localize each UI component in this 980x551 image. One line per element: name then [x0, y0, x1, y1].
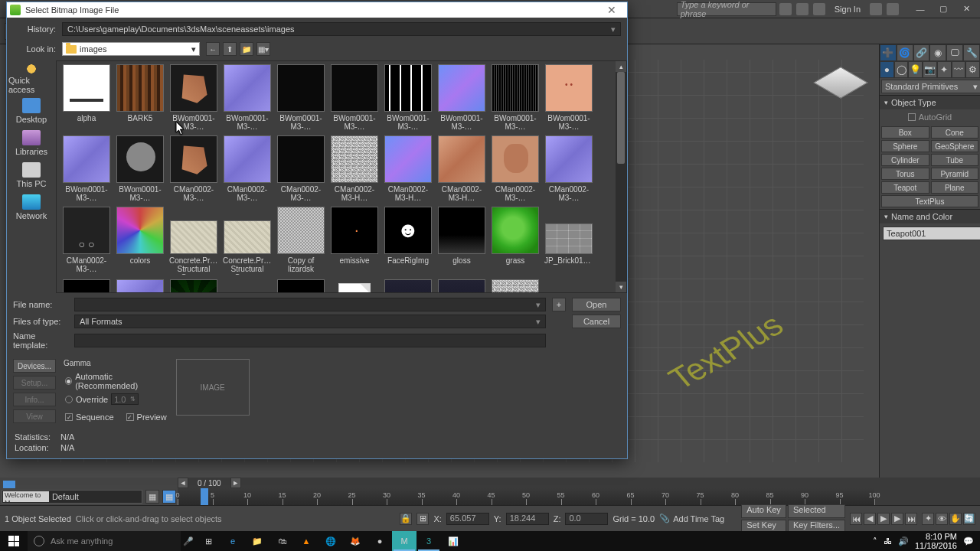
- time-marker[interactable]: [201, 488, 208, 505]
- history-dropdown[interactable]: C:\Users\gameplay\Documents\3dsMax\scene…: [62, 22, 621, 36]
- place-network[interactable]: Network: [8, 192, 54, 223]
- file-item[interactable]: [220, 279, 274, 293]
- file-item[interactable]: CMan0002-M3-H…: [381, 135, 435, 202]
- filetype-dropdown[interactable]: All Formats: [74, 315, 546, 328]
- space-warps-icon[interactable]: 〰: [952, 61, 966, 78]
- chrome-icon[interactable]: 🌐: [318, 531, 343, 551]
- sphere-button[interactable]: Sphere: [881, 140, 929, 152]
- newfolder-button[interactable]: 📁: [240, 42, 253, 56]
- nametemplate-input[interactable]: [74, 334, 546, 347]
- preview-checkbox[interactable]: Preview: [126, 412, 167, 422]
- file-item[interactable]: 3DSpecial: [60, 279, 113, 293]
- file-item[interactable]: alpha: [60, 64, 113, 131]
- file-item[interactable]: [328, 279, 381, 293]
- help-icon[interactable]: [779, 3, 792, 15]
- file-item[interactable]: BARK5: [113, 64, 167, 131]
- motion-tab[interactable]: ◉: [929, 44, 946, 61]
- place-desktop[interactable]: Desktop: [8, 96, 54, 126]
- cortana-search[interactable]: Ask me anything: [28, 531, 181, 551]
- lookin-dropdown[interactable]: images ▾: [62, 42, 200, 56]
- playback-icon[interactable]: [3, 481, 15, 488]
- vlc-icon[interactable]: ▲: [294, 531, 318, 551]
- file-item[interactable]: emissive: [328, 207, 381, 275]
- star-icon[interactable]: [796, 3, 808, 15]
- add-file-button[interactable]: +: [552, 298, 566, 311]
- nav-icon2[interactable]: 👁: [936, 513, 948, 525]
- app1-icon[interactable]: ●: [368, 531, 392, 551]
- file-item[interactable]: Concrete.Precast Structural Conc…: [167, 207, 220, 275]
- up-button[interactable]: ⬆: [223, 42, 237, 56]
- filename-input[interactable]: [74, 298, 546, 311]
- file-item[interactable]: ☻FaceRigImg: [381, 207, 435, 275]
- file-item[interactable]: BWom0001-M3-…: [113, 135, 167, 202]
- sequence-checkbox[interactable]: Sequence: [65, 412, 114, 422]
- file-item[interactable]: [113, 279, 167, 293]
- volume-icon[interactable]: 🔊: [898, 536, 909, 546]
- file-item[interactable]: Concrete.Precast Structural Conc…: [220, 207, 274, 275]
- modify-tab[interactable]: 🌀: [897, 44, 913, 61]
- systems-icon[interactable]: ⚙: [965, 61, 980, 78]
- nav-icon1[interactable]: ✦: [922, 513, 934, 525]
- file-item[interactable]: grass: [488, 207, 542, 275]
- edge-icon[interactable]: e: [220, 531, 245, 551]
- file-item[interactable]: BWom0001-M3-…: [60, 135, 113, 202]
- file-item[interactable]: BWom0001-M3-…: [328, 64, 381, 131]
- start-button[interactable]: [0, 531, 28, 551]
- box-button[interactable]: Box: [881, 126, 929, 139]
- teapot-button[interactable]: Teapot: [881, 181, 929, 194]
- pyramid-button[interactable]: Pyramid: [931, 168, 979, 180]
- file-item[interactable]: CMan0002-M3-H…: [435, 135, 488, 202]
- firefox-icon[interactable]: 🦊: [343, 531, 368, 551]
- prev-key-icon[interactable]: ◀: [864, 513, 876, 525]
- scroll-up-button[interactable]: ▴: [616, 61, 626, 72]
- file-item[interactable]: BWom0001-M3-…: [381, 64, 435, 131]
- nav-icon4[interactable]: 🔄: [963, 513, 975, 525]
- close-button[interactable]: ✕: [956, 2, 977, 17]
- open-button[interactable]: Open: [572, 298, 621, 311]
- file-item[interactable]: CMan0002-M3-…: [60, 207, 113, 275]
- taskview-icon[interactable]: ⊞: [196, 531, 220, 551]
- tray-clock[interactable]: 8:10 PM11/18/2016: [915, 532, 957, 550]
- next-key-icon[interactable]: ▶: [891, 513, 903, 525]
- scrollbar[interactable]: ▴ ▾: [616, 61, 626, 292]
- z-coord[interactable]: 0.0: [565, 513, 608, 525]
- utilities-tab[interactable]: 🔧: [963, 44, 980, 61]
- y-coord[interactable]: 18.244: [506, 513, 549, 525]
- category-dropdown[interactable]: Standard Primitives: [881, 80, 980, 93]
- back-button[interactable]: ←: [206, 42, 220, 56]
- name-color-rollout[interactable]: Name and Color: [880, 209, 980, 223]
- file-item[interactable]: BWom0001-M3-…: [542, 64, 596, 131]
- add-time-tag[interactable]: 📎Add Time Tag: [659, 514, 724, 523]
- 3dsmax-icon[interactable]: M: [392, 531, 416, 551]
- file-item[interactable]: BWom0001-M3-…: [435, 64, 488, 131]
- file-item[interactable]: CMan0002-M3-…: [167, 135, 220, 202]
- maximize-button[interactable]: ▢: [933, 2, 954, 17]
- maxscript-mini[interactable]: Welcome to M…: [3, 491, 49, 502]
- next-frame-button[interactable]: ►: [230, 478, 241, 488]
- time-slider[interactable]: ◄ 0 / 100 ► 0510152025303540455055606570…: [178, 478, 874, 505]
- place-quick-access[interactable]: Quick access: [8, 64, 54, 94]
- textplus-button[interactable]: TextPlus: [881, 195, 978, 207]
- notifications-icon[interactable]: 💬: [963, 536, 974, 546]
- geosphere-button[interactable]: GeoSphere: [931, 140, 979, 152]
- devices-button[interactable]: Devices...: [13, 359, 56, 373]
- geometry-icon[interactable]: ●: [880, 61, 894, 78]
- network-icon[interactable]: 🖧: [884, 536, 892, 546]
- update-icon[interactable]: [870, 3, 882, 15]
- file-item[interactable]: CMan0002-M3-…: [220, 135, 274, 202]
- file-item[interactable]: CMan0002-M3-…: [542, 135, 596, 202]
- display-tab[interactable]: 🖵: [946, 44, 963, 61]
- file-item[interactable]: CMan0002-M3-…: [488, 135, 542, 202]
- viewcube[interactable]: [818, 60, 864, 106]
- help-search[interactable]: Type a keyword or phrase: [677, 2, 776, 16]
- torus-button[interactable]: Torus: [881, 168, 929, 180]
- file-item[interactable]: [274, 279, 328, 293]
- lock-icon[interactable]: 🔒: [400, 513, 412, 525]
- selected-dd[interactable]: Selected: [788, 504, 845, 518]
- app2-icon[interactable]: 📊: [441, 531, 466, 551]
- cone-button[interactable]: Cone: [931, 126, 979, 139]
- cameras-icon[interactable]: 📷: [923, 61, 937, 78]
- goto-end-icon[interactable]: ⏭: [905, 513, 917, 525]
- viewmenu-button[interactable]: ▦▾: [256, 42, 270, 56]
- file-item[interactable]: [381, 279, 435, 293]
